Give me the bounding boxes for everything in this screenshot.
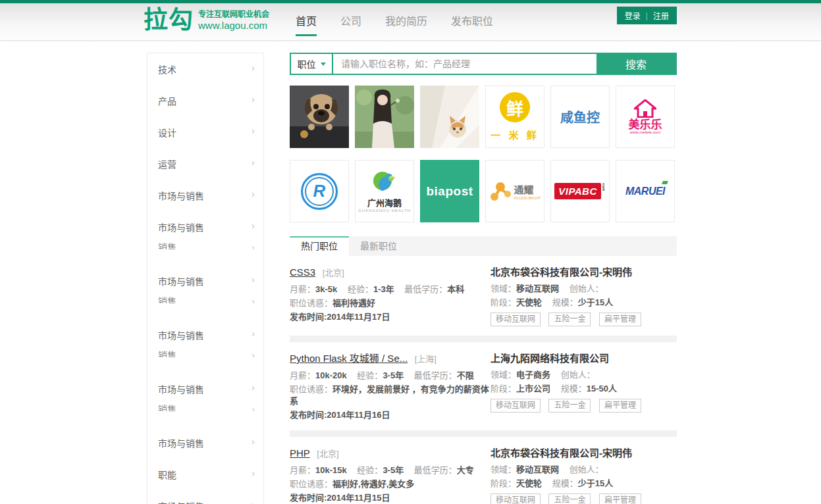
yimixian-logo-text: 一 米 鲜 xyxy=(490,128,539,141)
company-stage-line: 阶段：天使轮 规模：少于15人 xyxy=(490,297,677,309)
company-tags: 移动互联网 五险一金 扁平管理 xyxy=(490,313,677,326)
search-button[interactable]: 搜索 xyxy=(596,54,675,74)
sidebar-item-operation[interactable]: 运营 › xyxy=(147,148,263,180)
sidebar-item-marketing[interactable]: 市场与销售 › xyxy=(147,180,263,211)
company-stage-line: 阶段：上市公司 规模：15-50人 xyxy=(490,383,677,395)
job-salary-line: 月薪：3k-5k 经验：1-3年 最低学历：本科 xyxy=(290,284,490,295)
nav-item-companies[interactable]: 公司 xyxy=(340,13,361,36)
company-logo-ar[interactable]: R xyxy=(290,160,349,222)
sidebar-item-marketing[interactable]: 市场与销售 › xyxy=(147,211,263,243)
biapost-logo-text: biapost xyxy=(426,184,473,199)
company-logo-guangzhou-haie[interactable]: 广州海鹅 GUANGZHOU HEALTH xyxy=(355,160,414,222)
company-field-line: 领域：电子商务 创始人： xyxy=(490,369,677,381)
chevron-right-icon: › xyxy=(252,93,255,105)
chevron-right-icon: › xyxy=(252,328,255,339)
sidebar-item-clipped[interactable]: 销售 › xyxy=(147,351,263,357)
job-row: Python Flask 攻城狮 / Se... [上海] 月薪：10k-20k… xyxy=(290,342,677,421)
search-category-dropdown[interactable]: 职位 xyxy=(291,54,333,74)
haie-logo-subtext: GUANGZHOU HEALTH xyxy=(358,209,411,213)
company-logo-yimixian[interactable]: 鲜 一 米 鲜 xyxy=(485,86,544,148)
sidebar-item-marketing[interactable]: 市场与销售 › xyxy=(147,427,263,459)
company-tag: 移动互联网 xyxy=(490,493,541,504)
nav-item-home[interactable]: 首页 xyxy=(296,13,317,36)
job-title-link[interactable]: CSS3 xyxy=(290,266,315,278)
company-logo-maruei[interactable]: MARUEI xyxy=(616,160,675,222)
search-input[interactable] xyxy=(333,54,596,74)
company-photo-girl[interactable] xyxy=(355,86,414,148)
job-temptation-line: 职位诱惑：环境好，发展前景好 ，有竞争力的薪资体系 xyxy=(290,384,490,407)
company-field-line: 领域：移动互联网 创始人： xyxy=(490,464,677,476)
sidebar-item-function[interactable]: 职能 › xyxy=(147,459,263,490)
job-temptation-line: 职位诱惑：福利好,待遇好,美女多 xyxy=(290,478,490,490)
nav-item-post-job[interactable]: 发布职位 xyxy=(451,13,493,36)
sidebar-item-clipped[interactable]: 销售 › xyxy=(147,297,263,303)
job-title-link[interactable]: Python Flask 攻城狮 / Se... xyxy=(290,353,408,364)
auth-divider: | xyxy=(646,11,648,20)
chevron-right-icon: › xyxy=(252,467,255,478)
company-name: 上海九陌网络科技有限公司 xyxy=(490,353,677,365)
yimixian-circle-mark: 鲜 xyxy=(500,92,530,122)
company-logo-biapost[interactable]: biapost xyxy=(420,160,479,222)
brand-logo[interactable]: 拉勾 专注互联网职业机会 www.lagou.com xyxy=(144,7,269,34)
job-city: [北京] xyxy=(323,268,344,278)
company-tag: 五险一金 xyxy=(548,399,591,413)
sidebar-item-tech[interactable]: 技术 › xyxy=(147,53,263,85)
company-logo-meilele[interactable]: 美乐乐 www.meilele.com xyxy=(616,86,675,148)
sidebar-item-clipped[interactable]: 销售 › xyxy=(147,243,263,249)
sidebar-item-design[interactable]: 设计 › xyxy=(147,116,263,148)
brand-tagline: 专注互联网职业机会 xyxy=(198,9,269,20)
chevron-right-icon: › xyxy=(252,220,255,231)
company-tag: 扁平管理 xyxy=(599,399,641,413)
sidebar-item-marketing[interactable]: 市场与销售 › xyxy=(147,490,263,504)
chevron-right-icon: › xyxy=(252,297,255,303)
haie-logo-text: 广州海鹅 xyxy=(367,196,402,209)
category-sidebar: 技术 › 产品 › 设计 › 运营 › 市场与销售 › 市场与销售 › xyxy=(147,53,264,504)
caret-down-icon xyxy=(321,63,326,66)
job-salary-line: 月薪：10k-15k 经验：3-5年 最低学历：大专 xyxy=(290,465,490,476)
meilele-house-icon xyxy=(634,99,656,118)
company-logo-vipabc[interactable]: VIPABC com xyxy=(550,160,610,222)
company-tags: 移动互联网 五险一金 扁平管理 xyxy=(490,493,677,504)
maruei-logo-text: MARUEI xyxy=(625,186,665,197)
company-stage-line: 阶段：天使轮 规模：少于15人 xyxy=(490,478,677,490)
company-photo-cat[interactable] xyxy=(420,86,479,148)
job-row: PHP [北京] 月薪：10k-15k 经验：3-5年 最低学历：大专 职位诱惑… xyxy=(290,437,677,504)
nav-item-my-resume[interactable]: 我的简历 xyxy=(385,13,427,36)
company-field-line: 领域：移动互联网 创始人： xyxy=(490,283,677,295)
chevron-right-icon: › xyxy=(252,157,255,168)
login-link[interactable]: 登录 xyxy=(625,10,641,21)
sidebar-item-clipped[interactable]: 销售 › xyxy=(147,405,263,411)
company-tag: 扁平管理 xyxy=(599,493,641,504)
company-photo-dog[interactable] xyxy=(290,86,349,148)
sidebar-item-marketing[interactable]: 市场与销售 › xyxy=(147,265,263,297)
tab-hot-jobs[interactable]: 热门职位 xyxy=(290,236,349,256)
job-salary-line: 月薪：10k-20k 经验：3-5年 最低学历：不限 xyxy=(290,370,490,382)
tongyao-logo-subtext: ACCESS BRIGHT xyxy=(514,196,541,200)
lagou-homepage: 拉勾 专注互联网职业机会 www.lagou.com 首页 公司 我的简历 发布… xyxy=(0,0,821,504)
row-divider xyxy=(290,336,677,342)
vipabc-logo-subtext: com xyxy=(602,183,606,199)
chevron-right-icon: › xyxy=(252,243,255,249)
partner-logo-grid: 鲜 一 米 鲜 咸鱼控 美乐乐 www.meilele.com xyxy=(290,86,677,222)
company-tag: 五险一金 xyxy=(548,313,591,326)
girl-photo-illustration xyxy=(355,86,414,148)
company-logo-tongyao[interactable]: 通耀 ACCESS BRIGHT xyxy=(485,160,544,222)
main-content: 职位 搜索 xyxy=(290,53,677,504)
ar-ring-mark: R xyxy=(301,173,338,210)
sidebar-item-marketing[interactable]: 市场与销售 › xyxy=(147,319,263,351)
company-tags: 移动互联网 五险一金 扁平管理 xyxy=(490,399,677,413)
register-link[interactable]: 注册 xyxy=(653,10,669,21)
brand-url: www.lagou.com xyxy=(198,20,269,32)
job-city: [北京] xyxy=(317,449,338,459)
company-logo-xianyukong[interactable]: 咸鱼控 xyxy=(550,86,610,148)
sidebar-item-marketing[interactable]: 市场与销售 › xyxy=(147,373,263,405)
auth-box: 登录 | 注册 xyxy=(617,7,677,24)
job-city: [上海] xyxy=(415,354,437,364)
chevron-right-icon: › xyxy=(252,125,255,136)
sidebar-item-product[interactable]: 产品 › xyxy=(147,85,263,116)
company-tag: 移动互联网 xyxy=(490,313,541,326)
main-nav: 首页 公司 我的简历 发布职位 xyxy=(296,13,517,36)
job-title-link[interactable]: PHP xyxy=(290,447,310,459)
tab-latest-jobs[interactable]: 最新职位 xyxy=(349,236,408,256)
chevron-right-icon: › xyxy=(252,436,255,447)
